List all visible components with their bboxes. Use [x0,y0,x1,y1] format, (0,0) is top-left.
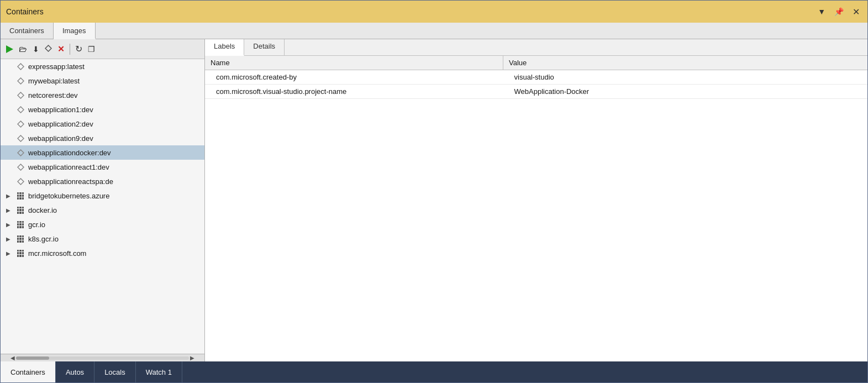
tab-labels[interactable]: Labels [205,39,244,56]
list-item[interactable]: webapplication9:dev [1,131,204,145]
table-row[interactable]: com.microsoft.visual-studio.project-name… [205,85,867,99]
tab-details[interactable]: Details [244,39,285,55]
left-panel: 🗁 ⬇ ✕ ↻ ❐ [1,39,205,361]
list-item[interactable]: netcorerest:dev [1,88,204,102]
open-folder-button[interactable]: 🗁 [17,43,29,55]
svg-marker-6 [18,135,24,141]
tag-icon [15,135,26,142]
expander-icon: ▶ [6,222,15,228]
copy-icon: ❐ [88,45,95,54]
list-item[interactable]: ▶ gcr.io [1,217,204,232]
registry-icon [15,250,26,257]
bottom-tab-locals[interactable]: Locals [94,361,136,382]
list-item[interactable]: ▶ bridgetokubernetes.azure [1,188,204,203]
tab-images[interactable]: Images [54,23,96,39]
pin-button[interactable]: 📌 [832,6,846,17]
item-label: gcr.io [28,221,45,229]
svg-marker-8 [18,164,24,170]
tag-icon [45,45,52,54]
content-area: 🗁 ⬇ ✕ ↻ ❐ [1,39,867,361]
tree-area[interactable]: expressapp:latest mywebapi:latest netcor… [1,59,204,354]
refresh-button[interactable]: ↻ [73,42,85,56]
item-label: webapplicationreactspa:de [28,177,113,186]
cell-name: com.microsoft.visual-studio.project-name [205,85,503,99]
tab-containers[interactable]: Containers [1,23,54,39]
tag-button[interactable] [43,43,54,55]
tag-icon [15,149,26,156]
list-item[interactable]: mywebapi:latest [1,74,204,88]
bottom-tab-containers[interactable]: Containers [1,361,56,382]
svg-marker-3 [18,92,24,98]
registry-icon [15,207,26,214]
table-row[interactable]: com.microsoft.created-by visual-studio [205,70,867,85]
item-label: webapplicationreact1:dev [28,163,109,171]
expander-icon: ▶ [6,236,15,242]
list-item[interactable]: webapplicationreactspa:de [1,174,204,188]
labels-table: Name Value com.microsoft.created-by visu… [205,56,867,99]
toolbar: 🗁 ⬇ ✕ ↻ ❐ [1,39,204,59]
item-label: webapplication9:dev [28,134,93,143]
svg-marker-5 [18,121,24,127]
column-header-value: Value [503,56,867,70]
item-label: k8s.gcr.io [28,235,59,243]
scrollbar-thumb[interactable] [16,356,49,360]
play-button[interactable] [4,44,15,55]
delete-icon: ✕ [57,44,65,54]
delete-button[interactable]: ✕ [55,43,67,56]
tag-icon [15,77,26,85]
scroll-left-arrow[interactable]: ◀ [9,354,16,361]
title-controls: ▼ 📌 ✕ [816,6,862,18]
list-item[interactable]: ▶ docker.io [1,203,204,217]
column-header-name: Name [205,56,503,70]
bottom-tab-bar: Containers Autos Locals Watch 1 [1,361,867,382]
right-panel: Labels Details Name Value [205,39,867,361]
bottom-tab-autos[interactable]: Autos [56,361,94,382]
cell-value: WebApplication-Docker [503,85,867,99]
list-item[interactable]: ▶ mcr.microsoft.com [1,246,204,260]
registry-icon [15,235,26,243]
cell-name: com.microsoft.created-by [205,70,503,85]
tag-icon [15,164,26,171]
scrollbar-track[interactable] [16,356,189,360]
svg-marker-9 [18,179,24,185]
main-window: Containers ▼ 📌 ✕ Containers Images 🗁 [0,0,868,383]
scroll-right-arrow[interactable]: ▶ [189,354,196,361]
item-label: docker.io [28,206,57,214]
item-label: webapplication1:dev [28,106,93,114]
download-button[interactable]: ⬇ [30,43,41,55]
window-title: Containers [6,7,44,16]
title-bar: Containers ▼ 📌 ✕ [1,1,867,23]
bottom-tab-watch1[interactable]: Watch 1 [136,361,182,382]
download-icon: ⬇ [33,45,39,54]
svg-marker-7 [18,150,24,156]
item-label: webapplicationdocker:dev [28,149,111,157]
item-label: webapplication2:dev [28,120,93,128]
tag-icon [15,63,26,70]
registry-icon [15,192,26,200]
list-item[interactable]: expressapp:latest [1,59,204,74]
item-label: expressapp:latest [28,62,85,71]
list-item[interactable]: webapplicationreact1:dev [1,160,204,174]
right-tab-bar: Labels Details [205,39,867,56]
list-item[interactable]: ▶ k8s.gcr.io [1,232,204,246]
tag-icon [15,178,26,185]
expander-icon: ▶ [6,193,15,199]
refresh-icon: ↻ [75,44,82,54]
toolbar-separator [70,44,70,55]
copy-button[interactable]: ❐ [86,43,97,55]
horizontal-scrollbar[interactable]: ◀ ▶ [1,354,204,361]
table-area[interactable]: Name Value com.microsoft.created-by visu… [205,56,867,361]
dropdown-button[interactable]: ▼ [816,6,828,17]
item-label: netcorerest:dev [28,91,78,99]
item-label: mywebapi:latest [28,77,80,85]
tag-icon [15,92,26,99]
svg-marker-1 [18,64,24,70]
close-button[interactable]: ✕ [850,6,862,18]
item-label: mcr.microsoft.com [28,249,86,258]
svg-marker-4 [18,107,24,113]
list-item[interactable]: webapplicationdocker:dev [1,145,204,160]
list-item[interactable]: webapplication2:dev [1,117,204,131]
list-item[interactable]: webapplication1:dev [1,102,204,117]
registry-icon [15,221,26,228]
item-label: bridgetokubernetes.azure [28,192,109,200]
